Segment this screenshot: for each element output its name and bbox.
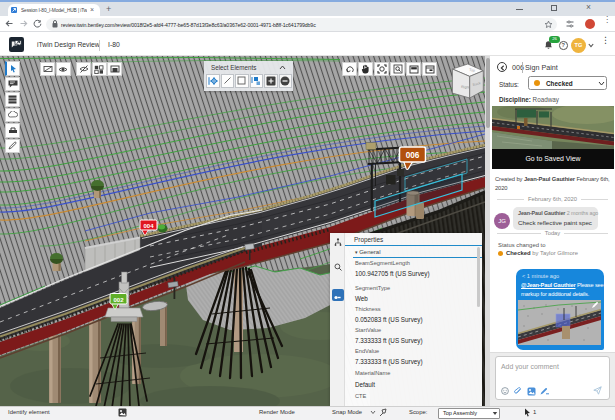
svg-text:Right: Right	[461, 85, 470, 90]
svg-text:002: 002	[113, 297, 124, 303]
svg-text:006: 006	[406, 151, 420, 160]
svg-text:Top: Top	[469, 68, 475, 73]
svg-text:004: 004	[143, 223, 154, 229]
